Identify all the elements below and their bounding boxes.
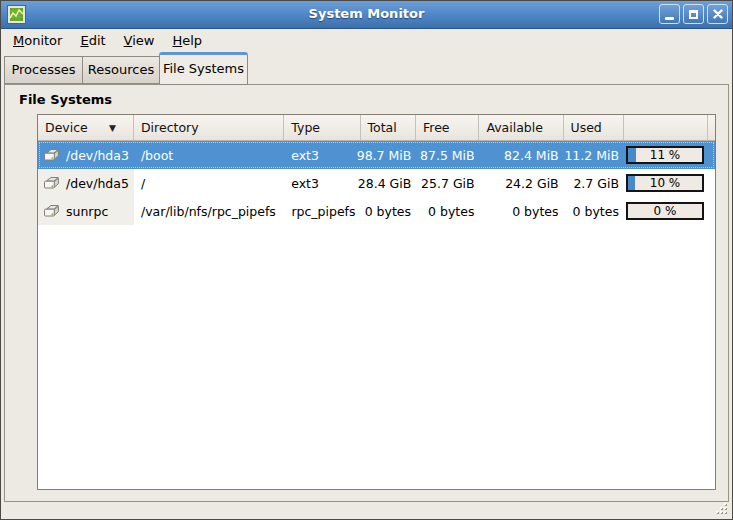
device-name: /dev/hda3 [66, 148, 129, 163]
table-header: Device ▼ Directory Type Total Free Avail… [38, 115, 715, 141]
column-header-total[interactable]: Total [361, 115, 416, 140]
window-title: System Monitor [1, 6, 732, 21]
directory-value: / [134, 169, 284, 197]
disk-drive-icon [43, 148, 60, 162]
maximize-icon [689, 10, 698, 19]
free-value: 0 bytes [416, 197, 479, 225]
page-title: File Systems [19, 92, 112, 107]
used-percent-label: 0 % [654, 204, 677, 218]
file-systems-page: File Systems Device ▼ Directory Type Tot… [4, 84, 729, 502]
sort-descending-icon: ▼ [109, 123, 116, 133]
menubar: Monitor Edit View Help [1, 29, 732, 51]
used-value: 0 bytes [564, 197, 624, 225]
minimize-icon [665, 17, 674, 20]
total-value: 0 bytes [361, 197, 416, 225]
used-percent-label: 11 % [650, 148, 681, 162]
used-progress-fill [628, 176, 635, 190]
directory-value: /boot [134, 141, 284, 169]
column-header-type[interactable]: Type [284, 115, 360, 140]
column-header-available[interactable]: Available [479, 115, 563, 140]
resize-grip[interactable] [715, 502, 729, 516]
used-progress-bar: 11 % [626, 146, 704, 164]
available-value: 0 bytes [479, 197, 563, 225]
close-icon [713, 9, 723, 19]
used-progress-fill [628, 148, 636, 162]
used-value: 2.7 GiB [564, 169, 624, 197]
available-value: 82.4 MiB [480, 141, 564, 169]
disk-drive-icon [43, 204, 60, 218]
used-progress-bar: 0 % [626, 202, 704, 220]
device-name: sunrpc [66, 204, 108, 219]
tab-processes[interactable]: Processes [4, 56, 83, 84]
window-controls [659, 4, 728, 24]
menu-monitor[interactable]: Monitor [4, 29, 71, 51]
type-value: rpc_pipefs [284, 197, 360, 225]
used-value: 11.2 MiB [564, 141, 624, 169]
device-name: /dev/hda5 [66, 176, 129, 191]
column-header-device[interactable]: Device ▼ [38, 115, 134, 140]
system-monitor-window: System Monitor Monitor Edit View Help Pr… [0, 0, 733, 520]
table-row[interactable]: /dev/hda3 /boot ext3 98.7 MiB 87.5 MiB 8… [38, 141, 715, 169]
used-percent-label: 10 % [650, 176, 681, 190]
table-row[interactable]: /dev/hda5 / ext3 28.4 GiB 25.7 GiB 24.2 … [38, 169, 715, 197]
total-value: 98.7 MiB [360, 141, 416, 169]
total-value: 28.4 GiB [360, 169, 416, 197]
tab-strip: Processes Resources File Systems [1, 51, 732, 85]
menu-view[interactable]: View [115, 29, 164, 51]
tab-file-systems[interactable]: File Systems [159, 52, 248, 85]
free-value: 25.7 GiB [416, 169, 479, 197]
directory-value: /var/lib/nfs/rpc_pipefs [134, 197, 284, 225]
file-systems-table: Device ▼ Directory Type Total Free Avail… [37, 114, 716, 490]
minimize-button[interactable] [659, 4, 680, 24]
table-row[interactable]: sunrpc /var/lib/nfs/rpc_pipefs rpc_pipef… [38, 197, 715, 225]
used-progress-bar: 10 % [626, 174, 704, 192]
free-value: 87.5 MiB [416, 141, 479, 169]
menu-help[interactable]: Help [163, 29, 211, 51]
menu-edit[interactable]: Edit [71, 29, 114, 51]
maximize-button[interactable] [683, 4, 704, 24]
available-value: 24.2 GiB [480, 169, 564, 197]
close-button[interactable] [707, 4, 728, 24]
type-value: ext3 [284, 141, 360, 169]
column-header-used[interactable]: Used [564, 115, 624, 140]
disk-drive-icon [43, 176, 60, 190]
tab-resources[interactable]: Resources [82, 56, 160, 84]
column-header-free[interactable]: Free [416, 115, 479, 140]
column-header-directory[interactable]: Directory [134, 115, 284, 140]
column-header-used-bar[interactable] [624, 115, 708, 140]
titlebar[interactable]: System Monitor [1, 1, 732, 29]
type-value: ext3 [284, 169, 360, 197]
column-header-filler [708, 115, 715, 140]
